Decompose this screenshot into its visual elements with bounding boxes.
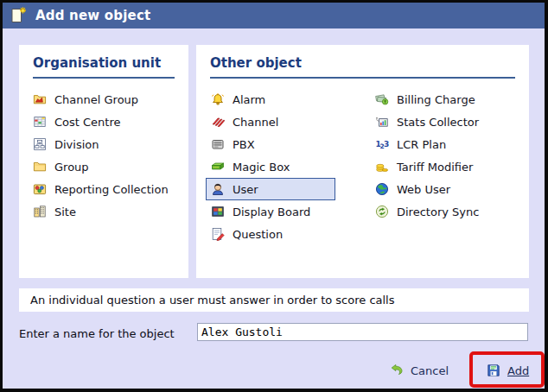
list-item[interactable]: Directory Sync <box>370 200 529 223</box>
screenshot-frame: Add new object Organisation unit Channel… <box>0 0 548 392</box>
name-prompt-label: Enter a name for the object <box>19 327 175 340</box>
channel-stripes-icon <box>211 115 225 129</box>
add-new-object-dialog: Add new object Organisation unit Channel… <box>3 3 545 389</box>
list-item-label: Channel <box>233 116 278 129</box>
other-object-list-col2: Billing ChargeStats Collector123LCR Plan… <box>370 88 529 245</box>
organisation-unit-heading: Organisation unit <box>33 55 188 71</box>
dialog-title: Add new object <box>35 8 150 23</box>
other-object-heading: Other object <box>210 55 529 71</box>
folder-icon <box>33 160 47 174</box>
list-item[interactable]: Group <box>28 155 183 178</box>
list-item-label: User <box>233 183 258 196</box>
list-item[interactable]: 123LCR Plan <box>370 133 529 155</box>
list-item[interactable]: Alarm <box>206 88 335 111</box>
question-pencil-icon <box>211 227 225 241</box>
object-name-input[interactable] <box>197 323 528 341</box>
organisation-unit-panel: Organisation unit Channel GroupCost Cent… <box>19 45 188 278</box>
folder-chart-icon <box>33 92 47 106</box>
list-item[interactable]: Display Board <box>206 200 335 223</box>
list-item[interactable]: Channel Group <box>28 88 183 111</box>
other-object-list-col1: AlarmChannelPBXMagic BoxUserDisplay Boar… <box>206 88 370 245</box>
list-item-label: PBX <box>233 138 255 151</box>
heading-rule <box>33 77 175 79</box>
globe-icon <box>375 182 389 196</box>
add-button-label: Add <box>507 364 529 377</box>
list-item[interactable]: Web User <box>370 178 529 200</box>
numbers-123-icon: 123 <box>375 137 389 151</box>
list-item-label: Question <box>233 228 283 241</box>
list-item[interactable]: Magic Box <box>206 155 335 178</box>
collection-icon <box>33 182 47 196</box>
list-item-selected[interactable]: User <box>206 178 335 200</box>
list-item-label: LCR Plan <box>397 138 446 151</box>
coins-icon <box>375 160 389 174</box>
dialog-titlebar: Add new object <box>3 3 545 28</box>
list-item-label: Reporting Collection <box>54 183 169 196</box>
list-item[interactable]: Cost Centre <box>28 111 183 133</box>
list-item[interactable]: Billing Charge <box>370 88 529 111</box>
other-object-panel: Other object AlarmChannelPBXMagic BoxUse… <box>196 45 529 278</box>
svg-text:3: 3 <box>384 140 389 149</box>
list-item-label: Display Board <box>233 205 310 218</box>
org-chart-icon <box>33 137 47 151</box>
list-item-label: Directory Sync <box>397 205 479 218</box>
list-item-label: Cost Centre <box>54 116 121 129</box>
list-item[interactable]: PBX <box>206 133 335 155</box>
pbx-icon <box>211 137 225 151</box>
cancel-button-label: Cancel <box>411 364 449 377</box>
list-item[interactable]: Stats Collector <box>370 111 529 133</box>
buildings-icon <box>33 205 47 218</box>
add-button[interactable]: Add <box>487 361 529 380</box>
list-item[interactable]: Site <box>28 200 183 223</box>
list-item-label: Web User <box>397 183 450 196</box>
new-object-icon <box>9 6 28 25</box>
list-item-label: Billing Charge <box>397 93 475 106</box>
list-item[interactable]: Channel <box>206 111 335 133</box>
display-board-icon <box>211 205 225 218</box>
list-item-label: Alarm <box>233 93 265 106</box>
list-item-label: Site <box>54 205 76 218</box>
list-item-label: Magic Box <box>233 161 290 174</box>
user-icon <box>211 182 225 196</box>
list-item-label: Group <box>54 161 89 174</box>
save-icon <box>487 364 500 377</box>
other-object-columns: AlarmChannelPBXMagic BoxUserDisplay Boar… <box>206 79 529 245</box>
list-item-label: Division <box>54 138 99 151</box>
sync-icon <box>375 205 389 218</box>
list-item-label: Tariff Modifier <box>397 161 473 174</box>
cost-grid-icon <box>33 115 47 129</box>
object-description-bar: An individual question a user must answe… <box>19 288 529 312</box>
list-item-label: Stats Collector <box>397 116 479 129</box>
list-item[interactable]: Question <box>206 223 335 245</box>
organisation-unit-list: Channel GroupCost CentreDivisionGroupRep… <box>28 88 183 223</box>
billing-icon <box>375 92 389 106</box>
bell-icon <box>211 92 225 106</box>
cancel-button[interactable]: Cancel <box>390 361 449 380</box>
undo-icon <box>390 364 404 377</box>
list-item-label: Channel Group <box>54 93 138 106</box>
stats-icon <box>375 115 389 129</box>
list-item[interactable]: Reporting Collection <box>28 178 183 200</box>
list-item[interactable]: Division <box>28 133 183 155</box>
magic-box-icon <box>211 160 225 174</box>
list-item[interactable]: Tariff Modifier <box>370 155 529 178</box>
